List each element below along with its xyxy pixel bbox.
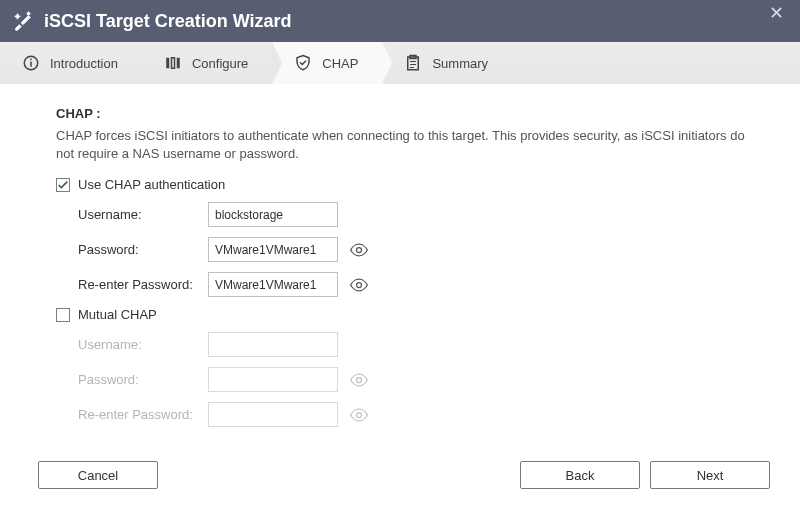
columns-icon bbox=[162, 52, 184, 74]
step-label: Summary bbox=[432, 56, 488, 71]
svg-point-11 bbox=[357, 412, 362, 417]
step-bar: Introduction Configure CHAP Summary bbox=[0, 42, 800, 84]
cancel-button[interactable]: Cancel bbox=[38, 461, 158, 489]
use-chap-row: Use CHAP authentication bbox=[56, 177, 760, 192]
info-icon bbox=[20, 52, 42, 74]
shield-check-icon bbox=[292, 52, 314, 74]
use-chap-checkbox[interactable] bbox=[56, 178, 70, 192]
mutual-username-input bbox=[208, 332, 338, 357]
back-button[interactable]: Back bbox=[520, 461, 640, 489]
step-summary[interactable]: Summary bbox=[382, 42, 512, 84]
chap-username-input[interactable] bbox=[208, 202, 338, 227]
chap-reenter-input[interactable] bbox=[208, 272, 338, 297]
mutual-password-input bbox=[208, 367, 338, 392]
step-configure[interactable]: Configure bbox=[142, 42, 272, 84]
next-button[interactable]: Next bbox=[650, 461, 770, 489]
mutual-username-row: Username: bbox=[78, 332, 760, 357]
window-title: iSCSI Target Creation Wizard bbox=[44, 11, 765, 32]
step-chap[interactable]: CHAP bbox=[272, 42, 382, 84]
chap-password-label: Password: bbox=[78, 242, 208, 257]
close-icon[interactable]: ✕ bbox=[765, 2, 788, 24]
svg-rect-4 bbox=[171, 58, 174, 69]
svg-rect-3 bbox=[166, 58, 169, 69]
chap-username-row: Username: bbox=[78, 202, 760, 227]
mutual-chap-label: Mutual CHAP bbox=[78, 307, 157, 322]
use-chap-label: Use CHAP authentication bbox=[78, 177, 225, 192]
mutual-chap-checkbox[interactable] bbox=[56, 308, 70, 322]
eye-icon bbox=[348, 404, 370, 426]
chap-password-row: Password: bbox=[78, 237, 760, 262]
mutual-fields: Username: Password: Re-enter Password: bbox=[56, 332, 760, 427]
chap-reenter-row: Re-enter Password: bbox=[78, 272, 760, 297]
content-area: CHAP : CHAP forces iSCSI initiators to a… bbox=[0, 84, 800, 427]
svg-rect-2 bbox=[30, 59, 32, 61]
chap-username-label: Username: bbox=[78, 207, 208, 222]
svg-point-9 bbox=[357, 282, 362, 287]
chap-fields: Username: Password: Re-enter Password: bbox=[56, 202, 760, 297]
step-label: Introduction bbox=[50, 56, 118, 71]
step-label: Configure bbox=[192, 56, 248, 71]
svg-point-10 bbox=[357, 377, 362, 382]
mutual-password-row: Password: bbox=[78, 367, 760, 392]
svg-rect-1 bbox=[30, 62, 32, 67]
eye-icon[interactable] bbox=[348, 274, 370, 296]
svg-rect-5 bbox=[177, 58, 180, 69]
step-label: CHAP bbox=[322, 56, 358, 71]
wizard-icon bbox=[12, 10, 34, 32]
chap-reenter-label: Re-enter Password: bbox=[78, 277, 208, 292]
eye-icon bbox=[348, 369, 370, 391]
chap-password-input[interactable] bbox=[208, 237, 338, 262]
mutual-chap-row: Mutual CHAP bbox=[56, 307, 760, 322]
mutual-reenter-row: Re-enter Password: bbox=[78, 402, 760, 427]
mutual-reenter-label: Re-enter Password: bbox=[78, 407, 208, 422]
title-bar: iSCSI Target Creation Wizard ✕ bbox=[0, 0, 800, 42]
footer: Cancel Back Next bbox=[0, 461, 800, 489]
mutual-password-label: Password: bbox=[78, 372, 208, 387]
section-description: CHAP forces iSCSI initiators to authenti… bbox=[56, 127, 760, 163]
clipboard-icon bbox=[402, 52, 424, 74]
svg-point-8 bbox=[357, 247, 362, 252]
eye-icon[interactable] bbox=[348, 239, 370, 261]
step-introduction[interactable]: Introduction bbox=[0, 42, 142, 84]
section-heading: CHAP : bbox=[56, 106, 760, 121]
mutual-username-label: Username: bbox=[78, 337, 208, 352]
mutual-reenter-input bbox=[208, 402, 338, 427]
